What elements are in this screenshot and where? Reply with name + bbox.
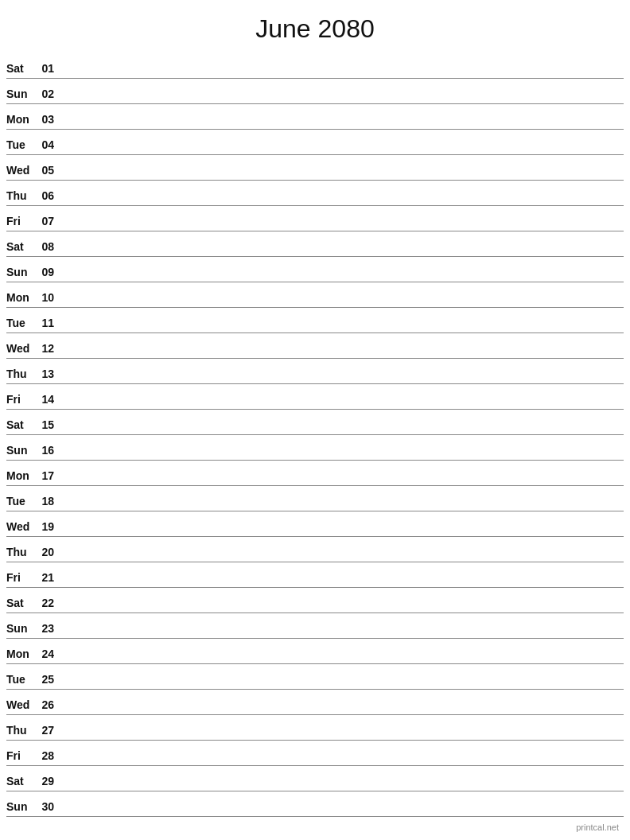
day-line [59, 74, 624, 75]
day-line [59, 150, 624, 151]
day-name: Sun [6, 444, 37, 457]
day-line [59, 761, 624, 762]
day-name: Thu [6, 724, 37, 737]
day-line [59, 99, 624, 100]
day-number: 20 [37, 546, 59, 558]
day-number: 02 [37, 88, 59, 100]
day-row: Sat01 [6, 53, 624, 79]
day-row: Wed19 [6, 511, 624, 537]
day-row: Tue11 [6, 308, 624, 333]
day-row: Mon10 [6, 282, 624, 308]
day-row: Thu06 [6, 181, 624, 206]
day-number: 03 [37, 113, 59, 126]
day-row: Tue04 [6, 130, 624, 155]
day-name: Fri [6, 571, 37, 584]
day-line [59, 201, 624, 202]
day-row: Mon03 [6, 104, 624, 130]
day-number: 30 [37, 800, 59, 813]
day-name: Mon [6, 648, 37, 660]
day-row: Sun02 [6, 79, 624, 104]
day-name: Fri [6, 215, 37, 228]
day-row: Thu27 [6, 715, 624, 741]
day-name: Tue [6, 673, 37, 686]
day-row: Fri14 [6, 384, 624, 410]
day-name: Tue [6, 495, 37, 508]
day-line [59, 634, 624, 635]
day-line [59, 379, 624, 380]
day-row: Sat29 [6, 766, 624, 791]
day-row: Thu20 [6, 537, 624, 562]
day-line [59, 456, 624, 457]
day-number: 21 [37, 571, 59, 584]
day-number: 28 [37, 749, 59, 762]
day-number: 17 [37, 469, 59, 482]
day-row: Sat15 [6, 410, 624, 435]
day-name: Sat [6, 240, 37, 253]
day-number: 04 [37, 138, 59, 151]
day-line [59, 507, 624, 508]
day-number: 25 [37, 673, 59, 686]
day-number: 01 [37, 62, 59, 75]
day-line [59, 583, 624, 584]
day-line [59, 278, 624, 278]
day-name: Sun [6, 800, 37, 813]
day-name: Sun [6, 266, 37, 278]
footer-credit: printcal.net [576, 822, 619, 832]
day-row: Sat08 [6, 231, 624, 257]
day-name: Sat [6, 597, 37, 609]
day-number: 13 [37, 368, 59, 380]
day-line [59, 430, 624, 431]
day-row: Tue18 [6, 486, 624, 511]
day-name: Thu [6, 189, 37, 202]
day-line [59, 125, 624, 126]
day-line [59, 558, 624, 558]
day-line [59, 532, 624, 533]
day-row: Mon17 [6, 461, 624, 486]
day-name: Wed [6, 520, 37, 533]
day-number: 19 [37, 520, 59, 533]
day-name: Sat [6, 62, 37, 75]
day-row: Sun30 [6, 791, 624, 817]
day-name: Wed [6, 164, 37, 177]
day-number: 22 [37, 597, 59, 609]
day-number: 10 [37, 291, 59, 304]
day-number: 18 [37, 495, 59, 508]
day-row: Tue25 [6, 664, 624, 690]
day-row: Wed26 [6, 690, 624, 715]
day-number: 24 [37, 648, 59, 660]
day-name: Mon [6, 291, 37, 304]
day-line [59, 481, 624, 482]
day-row: Fri21 [6, 562, 624, 588]
day-name: Wed [6, 698, 37, 711]
day-number: 26 [37, 698, 59, 711]
day-row: Sun09 [6, 257, 624, 282]
day-row: Wed12 [6, 333, 624, 359]
day-number: 27 [37, 724, 59, 737]
day-number: 11 [37, 317, 59, 329]
day-row: Sat22 [6, 588, 624, 613]
day-row: Thu13 [6, 359, 624, 384]
day-row: Sun16 [6, 435, 624, 461]
day-number: 07 [37, 215, 59, 228]
day-number: 29 [37, 775, 59, 788]
day-number: 06 [37, 189, 59, 202]
day-number: 16 [37, 444, 59, 457]
day-line [59, 787, 624, 788]
day-name: Fri [6, 393, 37, 406]
day-name: Thu [6, 368, 37, 380]
day-line [59, 354, 624, 355]
day-number: 23 [37, 622, 59, 635]
day-number: 09 [37, 266, 59, 278]
day-name: Sat [6, 775, 37, 788]
day-line [59, 710, 624, 711]
day-line [59, 176, 624, 177]
day-line [59, 685, 624, 686]
day-row: Mon24 [6, 639, 624, 664]
day-row: Sun23 [6, 613, 624, 639]
day-name: Sat [6, 418, 37, 431]
day-line [59, 812, 624, 813]
day-name: Wed [6, 342, 37, 355]
day-name: Sun [6, 88, 37, 100]
day-name: Mon [6, 113, 37, 126]
day-line [59, 609, 624, 609]
